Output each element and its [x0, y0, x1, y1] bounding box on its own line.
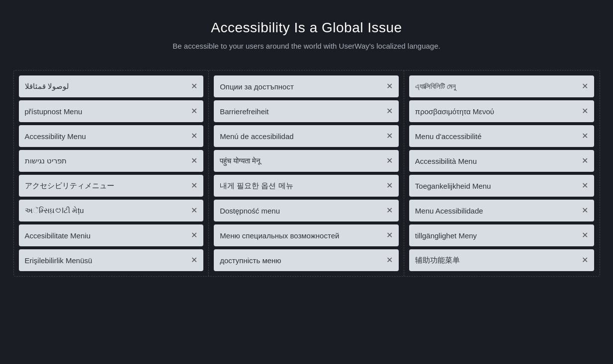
lang-label-zh: 辅助功能菜单 [415, 256, 578, 265]
close-button-pl[interactable]: ✕ [386, 207, 393, 215]
lang-item-ja: アクセシビリティメニュー✕ [19, 175, 204, 197]
close-button-de[interactable]: ✕ [386, 107, 393, 115]
close-button-tr[interactable]: ✕ [191, 256, 197, 264]
lang-label-bg: Опции за достъпност [220, 82, 382, 91]
lang-label-he: תפריט נגישות [25, 156, 187, 165]
close-button-el[interactable]: ✕ [582, 107, 588, 115]
close-button-es[interactable]: ✕ [386, 132, 393, 140]
lang-item-ro: Accesibilitate Meniu✕ [19, 224, 204, 246]
lang-item-hi: पहुंच योग्यता मेनू✕ [214, 150, 399, 172]
lang-item-pt: Menu Acessibilidade✕ [409, 200, 595, 221]
close-button-fr[interactable]: ✕ [582, 132, 588, 140]
lang-label-en: Accessibility Menu [25, 132, 187, 141]
close-button-bn[interactable]: ✕ [582, 82, 588, 90]
lang-label-bn: এ্যাক্সিবিলিটি মেনু [415, 82, 578, 91]
lang-label-ro: Accesibilitate Meniu [25, 231, 187, 240]
lang-label-ko: 내게 필요한 옵션 메뉴 [220, 181, 382, 191]
lang-label-tr: Erişilebilirlik Menüsü [25, 256, 187, 265]
lang-item-en: Accessibility Menu✕ [19, 125, 204, 147]
lang-label-cs: přístupnost Menu [25, 107, 187, 116]
lang-label-ar: لوصولا قمئاقلا [25, 82, 187, 91]
language-column-2: Опции за достъпност✕Barrierefreiheit✕Men… [209, 71, 404, 276]
lang-label-ru: Меню специальных возможностей [220, 231, 382, 240]
lang-label-uk: доступність меню [220, 256, 382, 265]
lang-item-el: προσβασιμότητα Μενού✕ [409, 100, 595, 122]
lang-label-pt: Menu Acessibilidade [415, 207, 578, 215]
language-column-3: এ্যাক্সিবিলিটি মেনু✕προσβασιμότητα Μενού… [404, 71, 600, 276]
close-button-ro[interactable]: ✕ [191, 231, 197, 239]
lang-label-de: Barrierefreiheit [220, 107, 382, 116]
lang-item-bg: Опции за достъпност✕ [214, 75, 399, 97]
close-button-zh[interactable]: ✕ [582, 256, 588, 264]
close-button-he[interactable]: ✕ [191, 157, 197, 165]
lang-item-he: תפריט נגישות✕ [19, 150, 204, 172]
close-button-sv[interactable]: ✕ [582, 231, 588, 239]
lang-item-tr: Erişilebilirlik Menüsü✕ [19, 249, 204, 271]
lang-item-nl: Toegankelijkheid Menu✕ [409, 175, 595, 197]
lang-item-gu: અૅમ્સિઘ઼ᳩlટી મેțu✕ [19, 200, 204, 221]
close-button-gu[interactable]: ✕ [191, 207, 197, 215]
lang-item-bn: এ্যাক্সিবিলিটি মেনু✕ [409, 75, 595, 97]
lang-item-cs: přístupnost Menu✕ [19, 100, 204, 122]
lang-label-it: Accessibilità Menu [415, 157, 578, 165]
lang-item-zh: 辅助功能菜单✕ [409, 249, 595, 271]
lang-label-gu: અૅમ્સિઘ઼ᳩlટી મેțu [25, 206, 187, 215]
language-column-1: لوصولا قمئاقلا✕přístupnost Menu✕Accessib… [14, 71, 209, 276]
lang-label-es: Menú de accesibilidad [220, 132, 382, 141]
lang-item-es: Menú de accesibilidad✕ [214, 125, 399, 147]
close-button-ja[interactable]: ✕ [191, 182, 197, 190]
close-button-uk[interactable]: ✕ [386, 256, 393, 264]
close-button-ko[interactable]: ✕ [386, 182, 393, 190]
page-header: Accessibility Is a Global Issue Be acces… [173, 20, 440, 50]
lang-label-sv: tillgänglighet Meny [415, 231, 578, 240]
language-grid: لوصولا قمئاقلا✕přístupnost Menu✕Accessib… [13, 70, 600, 277]
close-button-ru[interactable]: ✕ [386, 231, 393, 239]
lang-item-ko: 내게 필요한 옵션 메뉴✕ [214, 175, 399, 197]
lang-item-uk: доступність меню✕ [214, 249, 399, 271]
lang-label-hi: पहुंच योग्यता मेनू [220, 156, 382, 165]
lang-item-pl: Dostępność menu✕ [214, 200, 399, 221]
lang-label-el: προσβασιμότητα Μενού [415, 107, 578, 116]
lang-label-nl: Toegankelijkheid Menu [415, 182, 578, 190]
lang-label-ja: アクセシビリティメニュー [25, 181, 187, 191]
lang-item-ar: لوصولا قمئاقلا✕ [19, 75, 204, 97]
lang-item-ru: Меню специальных возможностей✕ [214, 224, 399, 246]
lang-label-fr: Menu d'accessibilité [415, 132, 578, 141]
lang-item-it: Accessibilità Menu✕ [409, 150, 595, 172]
close-button-nl[interactable]: ✕ [582, 182, 588, 190]
lang-label-pl: Dostępność menu [220, 207, 382, 215]
close-button-pt[interactable]: ✕ [582, 207, 588, 215]
lang-item-fr: Menu d'accessibilité✕ [409, 125, 595, 147]
close-button-en[interactable]: ✕ [191, 132, 197, 140]
close-button-it[interactable]: ✕ [582, 157, 588, 165]
close-button-bg[interactable]: ✕ [386, 82, 393, 90]
page-title: Accessibility Is a Global Issue [173, 20, 440, 36]
close-button-cs[interactable]: ✕ [191, 107, 197, 115]
lang-item-sv: tillgänglighet Meny✕ [409, 224, 595, 246]
page-subtitle: Be accessible to your users around the w… [173, 42, 440, 50]
lang-item-de: Barrierefreiheit✕ [214, 100, 399, 122]
close-button-hi[interactable]: ✕ [386, 157, 393, 165]
close-button-ar[interactable]: ✕ [191, 82, 197, 90]
